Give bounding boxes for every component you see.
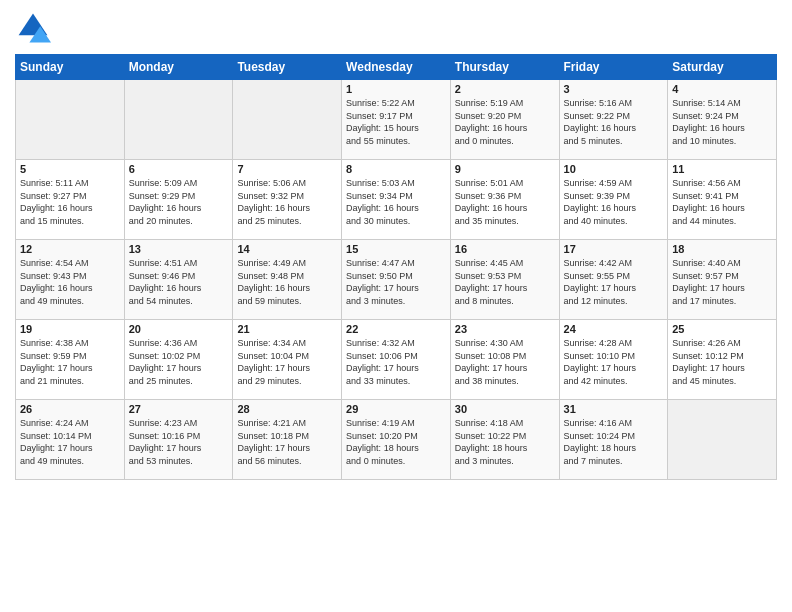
calendar-header: SundayMondayTuesdayWednesdayThursdayFrid… [16,55,777,80]
day-number: 10 [564,163,664,175]
calendar-cell [124,80,233,160]
calendar-cell: 13Sunrise: 4:51 AM Sunset: 9:46 PM Dayli… [124,240,233,320]
cell-content: Sunrise: 4:54 AM Sunset: 9:43 PM Dayligh… [20,257,120,307]
calendar-cell: 24Sunrise: 4:28 AM Sunset: 10:10 PM Dayl… [559,320,668,400]
day-number: 19 [20,323,120,335]
day-number: 14 [237,243,337,255]
day-number: 26 [20,403,120,415]
calendar-cell: 2Sunrise: 5:19 AM Sunset: 9:20 PM Daylig… [450,80,559,160]
day-number: 6 [129,163,229,175]
weekday-row: SundayMondayTuesdayWednesdayThursdayFrid… [16,55,777,80]
calendar-cell: 25Sunrise: 4:26 AM Sunset: 10:12 PM Dayl… [668,320,777,400]
day-number: 2 [455,83,555,95]
page: SundayMondayTuesdayWednesdayThursdayFrid… [0,0,792,612]
calendar-table: SundayMondayTuesdayWednesdayThursdayFrid… [15,54,777,480]
cell-content: Sunrise: 4:42 AM Sunset: 9:55 PM Dayligh… [564,257,664,307]
weekday-header-sunday: Sunday [16,55,125,80]
day-number: 1 [346,83,446,95]
cell-content: Sunrise: 4:47 AM Sunset: 9:50 PM Dayligh… [346,257,446,307]
calendar-cell: 7Sunrise: 5:06 AM Sunset: 9:32 PM Daylig… [233,160,342,240]
weekday-header-saturday: Saturday [668,55,777,80]
calendar-cell: 21Sunrise: 4:34 AM Sunset: 10:04 PM Dayl… [233,320,342,400]
cell-content: Sunrise: 5:22 AM Sunset: 9:17 PM Dayligh… [346,97,446,147]
calendar-cell: 17Sunrise: 4:42 AM Sunset: 9:55 PM Dayli… [559,240,668,320]
calendar-cell: 14Sunrise: 4:49 AM Sunset: 9:48 PM Dayli… [233,240,342,320]
cell-content: Sunrise: 4:18 AM Sunset: 10:22 PM Daylig… [455,417,555,467]
cell-content: Sunrise: 4:45 AM Sunset: 9:53 PM Dayligh… [455,257,555,307]
day-number: 5 [20,163,120,175]
calendar-cell: 10Sunrise: 4:59 AM Sunset: 9:39 PM Dayli… [559,160,668,240]
weekday-header-wednesday: Wednesday [342,55,451,80]
calendar-cell: 16Sunrise: 4:45 AM Sunset: 9:53 PM Dayli… [450,240,559,320]
day-number: 8 [346,163,446,175]
cell-content: Sunrise: 4:26 AM Sunset: 10:12 PM Daylig… [672,337,772,387]
calendar-cell: 31Sunrise: 4:16 AM Sunset: 10:24 PM Dayl… [559,400,668,480]
calendar-cell: 29Sunrise: 4:19 AM Sunset: 10:20 PM Dayl… [342,400,451,480]
calendar-cell: 26Sunrise: 4:24 AM Sunset: 10:14 PM Dayl… [16,400,125,480]
day-number: 18 [672,243,772,255]
cell-content: Sunrise: 4:19 AM Sunset: 10:20 PM Daylig… [346,417,446,467]
calendar-cell: 22Sunrise: 4:32 AM Sunset: 10:06 PM Dayl… [342,320,451,400]
cell-content: Sunrise: 4:30 AM Sunset: 10:08 PM Daylig… [455,337,555,387]
weekday-header-monday: Monday [124,55,233,80]
cell-content: Sunrise: 4:38 AM Sunset: 9:59 PM Dayligh… [20,337,120,387]
calendar-cell: 6Sunrise: 5:09 AM Sunset: 9:29 PM Daylig… [124,160,233,240]
day-number: 4 [672,83,772,95]
cell-content: Sunrise: 5:09 AM Sunset: 9:29 PM Dayligh… [129,177,229,227]
cell-content: Sunrise: 4:16 AM Sunset: 10:24 PM Daylig… [564,417,664,467]
weekday-header-friday: Friday [559,55,668,80]
cell-content: Sunrise: 5:06 AM Sunset: 9:32 PM Dayligh… [237,177,337,227]
calendar-cell: 15Sunrise: 4:47 AM Sunset: 9:50 PM Dayli… [342,240,451,320]
calendar-cell: 11Sunrise: 4:56 AM Sunset: 9:41 PM Dayli… [668,160,777,240]
cell-content: Sunrise: 4:24 AM Sunset: 10:14 PM Daylig… [20,417,120,467]
cell-content: Sunrise: 4:49 AM Sunset: 9:48 PM Dayligh… [237,257,337,307]
calendar-cell: 28Sunrise: 4:21 AM Sunset: 10:18 PM Dayl… [233,400,342,480]
day-number: 3 [564,83,664,95]
cell-content: Sunrise: 5:19 AM Sunset: 9:20 PM Dayligh… [455,97,555,147]
day-number: 31 [564,403,664,415]
day-number: 28 [237,403,337,415]
weekday-header-thursday: Thursday [450,55,559,80]
calendar-cell: 8Sunrise: 5:03 AM Sunset: 9:34 PM Daylig… [342,160,451,240]
calendar-cell: 18Sunrise: 4:40 AM Sunset: 9:57 PM Dayli… [668,240,777,320]
calendar-cell [668,400,777,480]
day-number: 16 [455,243,555,255]
cell-content: Sunrise: 4:56 AM Sunset: 9:41 PM Dayligh… [672,177,772,227]
logo [15,10,55,46]
calendar-cell: 5Sunrise: 5:11 AM Sunset: 9:27 PM Daylig… [16,160,125,240]
day-number: 30 [455,403,555,415]
calendar-cell: 4Sunrise: 5:14 AM Sunset: 9:24 PM Daylig… [668,80,777,160]
calendar-body: 1Sunrise: 5:22 AM Sunset: 9:17 PM Daylig… [16,80,777,480]
cell-content: Sunrise: 4:32 AM Sunset: 10:06 PM Daylig… [346,337,446,387]
calendar-cell: 27Sunrise: 4:23 AM Sunset: 10:16 PM Dayl… [124,400,233,480]
header [15,10,777,46]
day-number: 12 [20,243,120,255]
day-number: 21 [237,323,337,335]
day-number: 9 [455,163,555,175]
day-number: 24 [564,323,664,335]
cell-content: Sunrise: 5:11 AM Sunset: 9:27 PM Dayligh… [20,177,120,227]
calendar-cell: 12Sunrise: 4:54 AM Sunset: 9:43 PM Dayli… [16,240,125,320]
day-number: 29 [346,403,446,415]
cell-content: Sunrise: 5:01 AM Sunset: 9:36 PM Dayligh… [455,177,555,227]
calendar-cell: 19Sunrise: 4:38 AM Sunset: 9:59 PM Dayli… [16,320,125,400]
weekday-header-tuesday: Tuesday [233,55,342,80]
day-number: 13 [129,243,229,255]
cell-content: Sunrise: 4:34 AM Sunset: 10:04 PM Daylig… [237,337,337,387]
day-number: 23 [455,323,555,335]
cell-content: Sunrise: 4:28 AM Sunset: 10:10 PM Daylig… [564,337,664,387]
calendar-week-3: 12Sunrise: 4:54 AM Sunset: 9:43 PM Dayli… [16,240,777,320]
day-number: 20 [129,323,229,335]
cell-content: Sunrise: 4:23 AM Sunset: 10:16 PM Daylig… [129,417,229,467]
calendar-week-5: 26Sunrise: 4:24 AM Sunset: 10:14 PM Dayl… [16,400,777,480]
cell-content: Sunrise: 5:16 AM Sunset: 9:22 PM Dayligh… [564,97,664,147]
calendar-cell: 3Sunrise: 5:16 AM Sunset: 9:22 PM Daylig… [559,80,668,160]
day-number: 11 [672,163,772,175]
cell-content: Sunrise: 5:14 AM Sunset: 9:24 PM Dayligh… [672,97,772,147]
day-number: 27 [129,403,229,415]
day-number: 22 [346,323,446,335]
day-number: 17 [564,243,664,255]
day-number: 15 [346,243,446,255]
logo-icon [15,10,51,46]
calendar-cell: 30Sunrise: 4:18 AM Sunset: 10:22 PM Dayl… [450,400,559,480]
